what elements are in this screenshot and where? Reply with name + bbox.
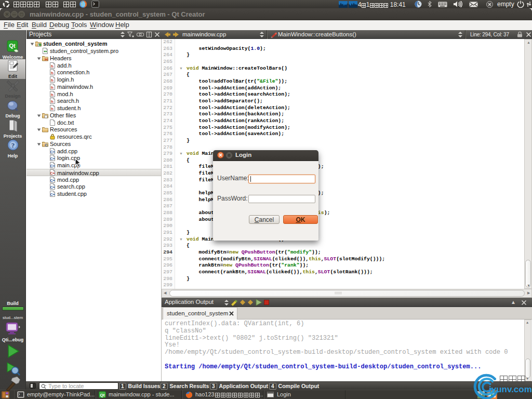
svg-text:?: ?	[11, 141, 15, 149]
svg-text:Qt: Qt	[100, 393, 105, 397]
svg-text:Qt: Qt	[9, 43, 16, 49]
